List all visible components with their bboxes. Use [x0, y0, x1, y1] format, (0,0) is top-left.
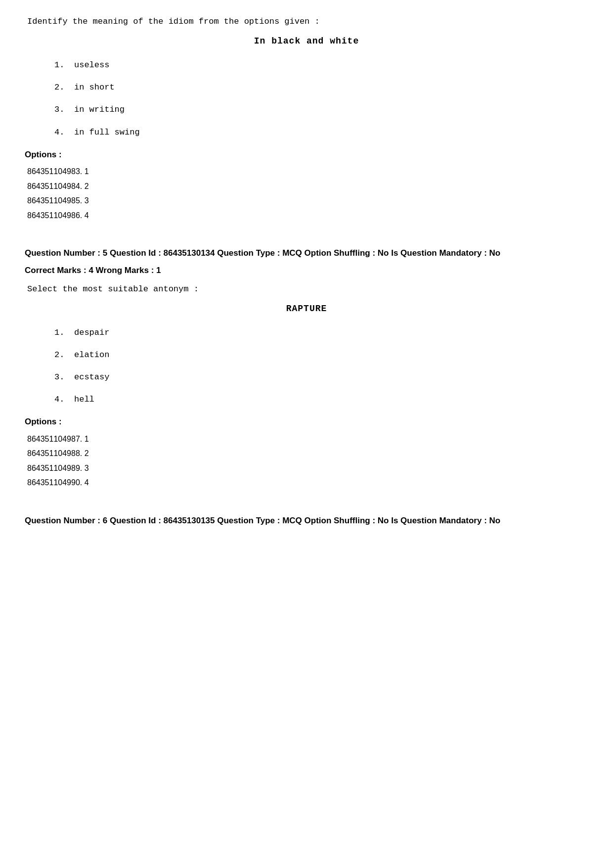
list-item: 864351104989. 3: [27, 462, 588, 475]
option-number: 3.: [54, 370, 74, 384]
option-number: 2.: [54, 348, 74, 362]
list-item: 3. ecstasy: [54, 370, 588, 384]
list-item: 864351104988. 2: [27, 447, 588, 460]
question-5-subject: RAPTURE: [25, 302, 588, 316]
question-4-options-label: Options :: [25, 148, 588, 161]
question-4-instruction: Identify the meaning of the idiom from t…: [25, 15, 588, 28]
question-6-meta: Question Number : 6 Question Id : 864351…: [25, 514, 588, 527]
question-5-options-label: Options :: [25, 415, 588, 428]
question-5-marks: Correct Marks : 4 Wrong Marks : 1: [25, 264, 588, 277]
question-4-block: Identify the meaning of the idiom from t…: [25, 15, 588, 222]
option-text: in short: [74, 81, 115, 94]
list-item: 1. useless: [54, 58, 588, 72]
option-text: in full swing: [74, 126, 140, 139]
list-item: 4. in full swing: [54, 126, 588, 139]
question-5-meta: Question Number : 5 Question Id : 864351…: [25, 246, 588, 260]
option-text: useless: [74, 58, 109, 72]
list-item: 2. in short: [54, 81, 588, 94]
list-item: 2. elation: [54, 348, 588, 362]
list-item: 864351104986. 4: [27, 209, 588, 222]
list-item: 864351104990. 4: [27, 476, 588, 489]
question-5-block: Question Number : 5 Question Id : 864351…: [25, 241, 588, 489]
option-text: elation: [74, 348, 109, 362]
list-item: 864351104984. 2: [27, 180, 588, 193]
list-item: 3. in writing: [54, 103, 588, 116]
option-text: despair: [74, 326, 109, 339]
option-number: 4.: [54, 126, 74, 139]
option-number: 1.: [54, 326, 74, 339]
question-4-subject: In black and white: [25, 34, 588, 48]
list-item: 864351104983. 1: [27, 165, 588, 178]
question-4-options-list: 1. useless 2. in short 3. in writing 4. …: [25, 58, 588, 139]
question-5-instruction: Select the most suitable antonym :: [25, 282, 588, 296]
question-6-block: Question Number : 6 Question Id : 864351…: [25, 509, 588, 527]
list-item: 864351104987. 1: [27, 433, 588, 446]
option-text: in writing: [74, 103, 125, 116]
option-number: 4.: [54, 393, 74, 406]
option-number: 1.: [54, 58, 74, 72]
list-item: 864351104985. 3: [27, 194, 588, 207]
option-text: ecstasy: [74, 370, 109, 384]
question-4-option-ids: 864351104983. 1 864351104984. 2 86435110…: [25, 165, 588, 222]
option-number: 2.: [54, 81, 74, 94]
question-5-option-ids: 864351104987. 1 864351104988. 2 86435110…: [25, 433, 588, 489]
option-number: 3.: [54, 103, 74, 116]
question-5-options-list: 1. despair 2. elation 3. ecstasy 4. hell: [25, 326, 588, 407]
list-item: 4. hell: [54, 393, 588, 406]
list-item: 1. despair: [54, 326, 588, 339]
option-text: hell: [74, 393, 94, 406]
